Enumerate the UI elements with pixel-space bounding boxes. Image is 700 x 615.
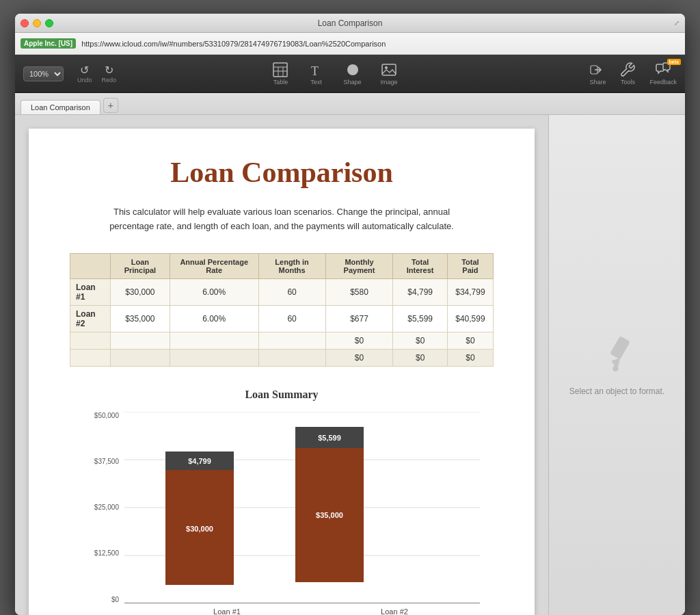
share-button[interactable]: Share xyxy=(589,62,606,86)
loan-table: Loan Principal Annual Percentage Rate Le… xyxy=(70,253,494,367)
document-area: Loan Comparison This calculator will hel… xyxy=(15,115,548,615)
redo-button[interactable]: ↻ Redo xyxy=(102,64,117,83)
col-header-rate: Annual Percentage Rate xyxy=(170,253,258,278)
tools-icon xyxy=(619,62,636,78)
table-cell-months-0[interactable]: 60 xyxy=(258,278,325,305)
table-cell-interest-3[interactable]: $0 xyxy=(393,349,447,366)
table-cell-rate-3[interactable] xyxy=(170,349,258,366)
table-cell-total-2[interactable]: $0 xyxy=(447,332,493,349)
table-cell-months-3[interactable] xyxy=(258,349,325,366)
table-row-label-1: Loan #2 xyxy=(70,305,111,332)
chart-y-axis: $50,000 $37,500 $25,000 $12,500 $0 xyxy=(83,412,124,603)
shape-button[interactable]: Shape xyxy=(343,62,361,86)
chart-plot-area: $30,000 $4,799 $35,000 $5,599 xyxy=(124,412,480,603)
svg-point-6 xyxy=(347,64,358,75)
tab-bar: Loan Comparison + xyxy=(15,93,685,115)
redo-icon: ↻ xyxy=(105,64,113,77)
table-cell-monthly-2[interactable]: $0 xyxy=(325,332,393,349)
table-cell-rate-1[interactable]: 6.00% xyxy=(170,305,258,332)
y-label-0: $0 xyxy=(83,596,119,603)
svg-text:$30,000: $30,000 xyxy=(186,525,213,533)
table-cell-monthly-1[interactable]: $677 xyxy=(325,305,393,332)
share-icon xyxy=(589,62,606,78)
table-cell-monthly-3[interactable]: $0 xyxy=(325,349,393,366)
minimize-button[interactable] xyxy=(33,19,41,27)
beta-badge: beta xyxy=(667,59,681,65)
table-cell-principal-0[interactable]: $30,000 xyxy=(110,278,170,305)
svg-text:$4,799: $4,799 xyxy=(188,457,211,465)
table-cell-monthly-0[interactable]: $580 xyxy=(325,278,393,305)
format-panel-text: Select an object to format. xyxy=(569,387,664,396)
table-cell-rate-2[interactable] xyxy=(170,332,258,349)
share-label: Share xyxy=(589,79,606,86)
url-text[interactable]: https://www.icloud.com/iw/#numbers/53310… xyxy=(81,40,386,48)
table-cell-interest-0[interactable]: $4,799 xyxy=(393,278,447,305)
table-cell-interest-1[interactable]: $5,599 xyxy=(393,305,447,332)
table-cell-principal-3[interactable] xyxy=(110,349,170,366)
y-label-125k: $12,500 xyxy=(83,549,119,557)
table-cell-principal-2[interactable] xyxy=(110,332,170,349)
tools-label: Tools xyxy=(621,79,635,86)
x-label-loan1: Loan #1 xyxy=(206,607,247,615)
x-label-loan2: Loan #2 xyxy=(360,607,429,615)
col-header-principal: Loan Principal xyxy=(110,253,170,278)
y-label-50k: $50,000 xyxy=(83,412,119,419)
table-cell-principal-1[interactable]: $35,000 xyxy=(110,305,170,332)
loan-comparison-tab[interactable]: Loan Comparison xyxy=(21,100,100,114)
table-row-label-3 xyxy=(70,349,111,366)
right-panel: Select an object to format. xyxy=(548,115,685,615)
undo-redo-group: ↺ Undo ↻ Redo xyxy=(77,64,116,83)
text-label: Text xyxy=(310,79,322,86)
document-page: Loan Comparison This calculator will hel… xyxy=(29,129,535,615)
svg-rect-19 xyxy=(610,335,630,359)
redo-label: Redo xyxy=(102,77,117,83)
undo-icon: ↺ xyxy=(80,64,89,77)
document-title: Loan Comparison xyxy=(70,156,494,189)
text-button[interactable]: T Text xyxy=(308,62,324,86)
y-label-25k: $25,000 xyxy=(83,503,119,511)
svg-text:$5,599: $5,599 xyxy=(318,434,341,442)
col-header-monthly: Monthly Payment xyxy=(325,253,393,278)
table-label: Table xyxy=(273,79,288,86)
col-header-months: Length in Months xyxy=(258,253,325,278)
table-cell-rate-0[interactable]: 6.00% xyxy=(170,278,258,305)
table-cell-months-2[interactable] xyxy=(258,332,325,349)
image-icon xyxy=(381,62,397,78)
table-cell-total-0[interactable]: $34,799 xyxy=(447,278,493,305)
feedback-label: Feedback xyxy=(649,79,677,86)
format-paintbrush-icon xyxy=(597,335,638,376)
svg-point-21 xyxy=(612,365,619,371)
chart-x-labels: Loan #1 Loan #2 xyxy=(124,603,480,615)
svg-rect-7 xyxy=(382,64,396,75)
shape-label: Shape xyxy=(343,79,361,86)
window-title: Loan Comparison xyxy=(318,18,383,28)
svg-text:T: T xyxy=(311,64,319,78)
y-label-375k: $37,500 xyxy=(83,458,119,465)
table-cell-total-3[interactable]: $0 xyxy=(447,349,493,366)
feedback-button[interactable]: beta Feedback xyxy=(649,62,677,86)
add-sheet-button[interactable]: + xyxy=(103,98,118,113)
table-button[interactable]: Table xyxy=(272,62,288,86)
table-cell-interest-2[interactable]: $0 xyxy=(393,332,447,349)
title-bar: Loan Comparison ⤢ xyxy=(15,14,685,33)
toolbar: 100% 75% 50% 150% ↺ Undo ↻ Redo xyxy=(15,55,685,93)
text-icon: T xyxy=(308,62,324,78)
table-cell-months-1[interactable]: 60 xyxy=(258,305,325,332)
zoom-select[interactable]: 100% 75% 50% 150% xyxy=(23,66,64,81)
address-bar: Apple Inc. [US] https://www.icloud.com/i… xyxy=(15,33,685,55)
image-button[interactable]: Image xyxy=(381,62,398,86)
table-icon xyxy=(272,62,288,78)
svg-rect-0 xyxy=(273,63,287,77)
chart-title: Loan Summary xyxy=(83,389,480,401)
table-cell-total-1[interactable]: $40,599 xyxy=(447,305,493,332)
close-button[interactable] xyxy=(21,19,29,27)
window-controls[interactable] xyxy=(21,19,53,27)
toolbar-center: Table T Text Shape Image xyxy=(116,62,554,86)
undo-button[interactable]: ↺ Undo xyxy=(77,64,92,83)
col-header-total: Total Paid xyxy=(447,253,493,278)
svg-point-8 xyxy=(385,66,388,69)
maximize-button[interactable] xyxy=(45,19,53,27)
tools-button[interactable]: Tools xyxy=(619,62,636,86)
chart-svg: $30,000 $4,799 $35,000 $5,599 xyxy=(124,412,480,603)
svg-text:$35,000: $35,000 xyxy=(316,511,343,519)
